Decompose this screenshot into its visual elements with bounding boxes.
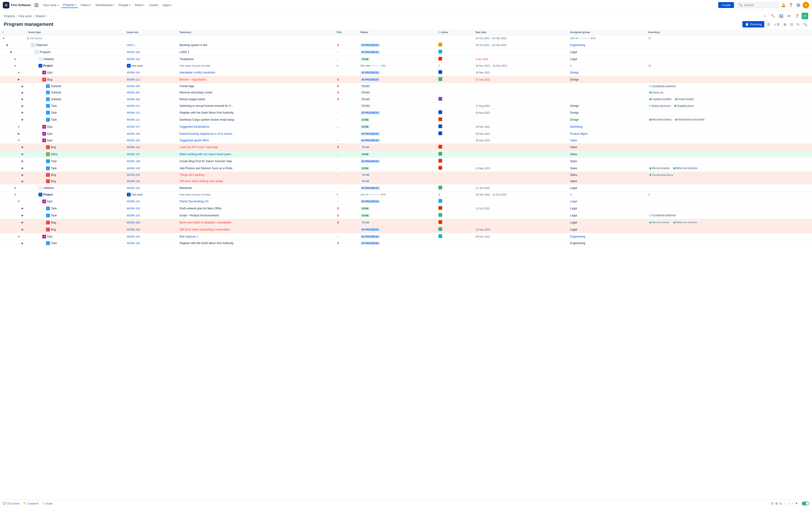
toolbar-icon-grid[interactable]: ⊞ [782, 21, 787, 27]
nav-projects[interactable]: Projects ▾ [61, 2, 78, 8]
summary-text[interactable]: Blackbriar [180, 186, 192, 190]
toolbar-icon-refresh[interactable]: ↻ [796, 21, 801, 27]
toolbar-search-icon[interactable]: 🔍 [802, 21, 808, 27]
summary-text[interactable]: Register with the Earth Moon Port Author… [180, 111, 234, 114]
issue-key-link[interactable]: WORK-225 [127, 173, 140, 176]
issue-key-link[interactable]: WORK-109 [127, 167, 140, 170]
issue-key-link[interactable]: WORK-144 [127, 235, 140, 238]
summary-text[interactable]: Draft network plan for Mars Office [180, 207, 221, 210]
issue-key-link[interactable]: WORK-112 [127, 78, 140, 81]
collapse-button[interactable]: ▼ [17, 125, 21, 129]
issue-key-link[interactable]: WORK-143 [127, 200, 140, 203]
notifications-icon[interactable]: 🔔 [780, 2, 786, 8]
issue-key-link[interactable]: WORK-108 [127, 160, 140, 163]
issue-key-link[interactable]: WORK-146 [127, 139, 140, 142]
breadcrumb-sheets[interactable]: Sheets ▾ [36, 14, 47, 18]
summary-text[interactable]: Treadstone [180, 58, 194, 61]
summary-text[interactable]: Remove secondary rocket [180, 91, 212, 94]
issue-key-link[interactable]: WORK-106 [127, 221, 140, 224]
star-icon[interactable]: ☆ [762, 13, 768, 19]
collapse-button[interactable]: ▶ [21, 91, 24, 94]
collapse-button[interactable]: ▶ [21, 97, 24, 101]
nav-assets[interactable]: Assets [147, 2, 160, 8]
collapse-button[interactable]: ▶ [21, 104, 24, 108]
search-input[interactable] [744, 3, 772, 7]
summary-text[interactable]: LARX 1 [180, 50, 189, 54]
nav-apps[interactable]: Apps ▾ [161, 2, 173, 8]
nav-your-work[interactable]: Your work ▾ [41, 2, 60, 8]
edit-icon[interactable]: ✏️ [770, 13, 776, 19]
issue-key-link[interactable]: WORK-148 [127, 132, 140, 135]
sheets-view-icon[interactable]: ≡ [802, 13, 808, 19]
issue-key-link[interactable]: WORK-300 [127, 85, 140, 88]
collapse-button[interactable]: ▶ [17, 132, 21, 136]
issue-key-link[interactable]: WORK-162 [127, 58, 140, 61]
summary-text[interactable]: Blocker – App Basics [180, 78, 206, 81]
nav-plans[interactable]: Plans ▾ [133, 2, 146, 8]
collapse-button[interactable]: ▶ [21, 111, 24, 115]
avatar[interactable]: U [803, 2, 809, 8]
collapse-button[interactable]: ▼ [13, 186, 17, 190]
summary-text[interactable]: Suggested Destinations [180, 125, 209, 128]
collapse-button[interactable]: ▶ [21, 179, 24, 183]
nav-filters[interactable]: Filters ▾ [79, 2, 93, 8]
issue-key-link[interactable]: WORK-110 [127, 146, 140, 149]
summary-text[interactable]: Add Phobos and Deimos Tours as a Prefe..… [180, 167, 234, 170]
more-icon[interactable]: ••• [786, 13, 792, 19]
collapse-button[interactable]: ▶ [21, 221, 24, 224]
help-icon[interactable]: ❓ [788, 2, 794, 8]
toolbar-icon-filter[interactable]: ⊡ [789, 21, 794, 27]
issue-key-link[interactable]: WORK-111 [127, 118, 140, 121]
breadcrumb-projects[interactable]: Projects [4, 14, 15, 18]
issue-key-link[interactable]: WORK-107 [127, 153, 140, 156]
col-due-date[interactable]: Due date [474, 30, 568, 35]
summary-text[interactable]: Make working with our space travel partn… [180, 153, 233, 156]
planning-button[interactable]: 📋 Planning [743, 21, 764, 27]
summary-text[interactable]: Book now button is disabled / unavailabl… [180, 221, 231, 224]
col-status[interactable]: Status [358, 30, 437, 35]
issue-key-link[interactable]: WORK-301 [127, 91, 140, 94]
summary-text[interactable]: 500 Error when requesting a reservation [180, 228, 230, 231]
summary-text[interactable]: Belt stopover 1 [180, 235, 198, 238]
issue-key-link[interactable]: OKR-1 [127, 44, 135, 47]
summary-text[interactable]: Things ain't working [180, 173, 204, 176]
grid-menu-icon[interactable] [34, 2, 39, 8]
collapse-button[interactable]: ▶ [17, 78, 21, 81]
collapse-button[interactable]: ▼ [17, 138, 21, 142]
settings-icon[interactable]: ⚙️ [795, 2, 802, 8]
issue-key-link[interactable]: WORK-302 [127, 98, 140, 101]
issue-key-link[interactable]: WORK-147 [127, 125, 140, 128]
summary-text[interactable]: Switching to annual license renewal for … [180, 104, 233, 108]
issue-key-link[interactable]: WORK-226 [127, 180, 140, 183]
issue-key-link[interactable]: WORK-114 [127, 105, 140, 107]
breadcrumb-fine-work[interactable]: Fine work [18, 14, 32, 18]
issue-key-link[interactable]: WORK-103 [127, 228, 140, 231]
collapse-button[interactable]: ▶ [21, 173, 24, 177]
summary-text[interactable]: Suggested upsell offers [180, 139, 209, 142]
collapse-button[interactable]: ▼ [13, 57, 17, 61]
summary-text[interactable]: Create tags [180, 84, 194, 88]
collapse-button[interactable]: ▼ [2, 36, 6, 40]
toolbar-icon-list[interactable]: ☰ [766, 21, 771, 27]
col-issue-type[interactable]: Issue type [26, 30, 125, 35]
collapse-button[interactable]: ▶ [21, 214, 24, 217]
collapse-button[interactable]: ▶ [21, 118, 24, 122]
collapse-button[interactable]: ▼ [13, 64, 17, 68]
question-icon[interactable]: ❓ [794, 13, 800, 19]
nav-dashboards[interactable]: Dashboards ▾ [94, 2, 116, 8]
collapse-button[interactable]: ▶ [21, 152, 24, 156]
collapse-button[interactable]: ▶ [21, 145, 24, 149]
app-logo[interactable]: Fine Software [3, 2, 31, 8]
col-assigned-group[interactable]: Assigned group [568, 30, 646, 35]
summary-text[interactable]: Dashloop Cargo system tracker email setu… [180, 118, 234, 121]
collapse-button[interactable]: ▼ [17, 200, 21, 203]
summary-text[interactable]: Booking system is live [180, 44, 207, 47]
collapse-button[interactable]: ▶ [21, 228, 24, 231]
issue-key-link[interactable]: WORK-163 [127, 51, 140, 54]
collapse-button[interactable]: ▶ [21, 207, 24, 210]
summary-text[interactable]: Create Blog Post for Saturn Summer Sale [180, 160, 232, 163]
issue-key-link[interactable]: WORK-104 [127, 214, 140, 217]
issue-key-link[interactable]: WORK-135 [127, 242, 140, 244]
summary-text[interactable]: Interstellar conflict resolution [180, 71, 215, 74]
issue-key-link[interactable]: WORK-105 [127, 207, 140, 210]
